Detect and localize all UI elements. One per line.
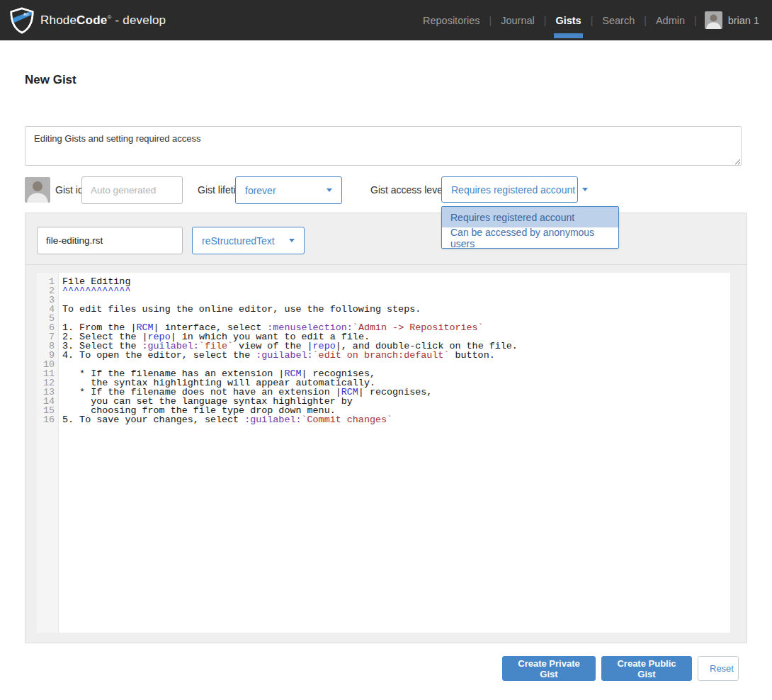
page-title: New Gist [25, 73, 76, 87]
nav-separator: | [539, 15, 552, 26]
editor-content[interactable]: File Editing^^^^^^^^^^^^ To edit files u… [59, 273, 730, 633]
active-tab-indicator [554, 33, 582, 38]
editor-line-numbers: 12345678910111213141516 [37, 273, 59, 633]
reset-button[interactable]: Reset [698, 656, 739, 681]
language-select[interactable]: reStructuredText [192, 227, 305, 254]
main-navigation: Repositories|Journal|Gists|Search|Admin|… [419, 0, 762, 40]
gist-id-input[interactable] [81, 176, 183, 204]
nav-item-admin[interactable]: Admin [652, 0, 689, 40]
user-avatar [705, 11, 722, 29]
gist-lifetime-select[interactable]: forever [235, 176, 342, 204]
gist-description-input[interactable]: Editing Gists and setting required acces… [25, 126, 742, 166]
line-number: 16 [37, 415, 55, 424]
code-editor[interactable]: 12345678910111213141516 File Editing^^^^… [37, 273, 730, 633]
svg-text:Rh: Rh [23, 11, 29, 16]
user-menu[interactable]: brian 1 [702, 11, 762, 29]
nav-separator: | [689, 15, 702, 26]
gist-access-level-label: Gist access level [370, 184, 445, 196]
chevron-down-icon [582, 188, 588, 191]
nav-separator: | [586, 15, 598, 26]
gist-lifetime-value: forever [245, 185, 276, 196]
language-value: reStructuredText [202, 235, 275, 247]
create-private-gist-button[interactable]: Create Private Gist [502, 656, 596, 681]
code-line-9: 4. To open the editor, select the :guila… [62, 351, 730, 360]
code-line-16: 5. To save your changes, select :guilabe… [62, 415, 730, 424]
gist-file-panel: reStructuredText 12345678910111213141516… [25, 213, 747, 643]
nav-separator: | [484, 15, 497, 26]
rhodecode-shield-logo: Rh [9, 7, 35, 34]
gist-owner-avatar [25, 177, 50, 203]
chevron-down-icon [327, 188, 332, 192]
gist-access-level-select[interactable]: Requires registered account [441, 176, 578, 203]
gist-access-level-dropdown-menu: Requires registered accountCan be access… [441, 206, 619, 249]
code-line-4: To edit files using the online editor, u… [62, 305, 730, 314]
nav-item-gists[interactable]: Gists [551, 0, 585, 40]
nav-item-search[interactable]: Search [598, 0, 639, 40]
access-level-option-0[interactable]: Requires registered account [442, 207, 618, 227]
nav-item-repositories[interactable]: Repositories [419, 0, 484, 40]
access-level-option-1[interactable]: Can be accessed by anonymous users [442, 227, 618, 248]
gist-id-label: Gist id [55, 184, 84, 196]
create-public-gist-button[interactable]: Create Public Gist [601, 656, 692, 681]
filename-input[interactable] [37, 227, 183, 254]
code-line-1: File Editing [62, 277, 730, 286]
top-navbar: Rh RhodeCode® - develop Repositories|Jou… [0, 0, 772, 40]
nav-item-journal[interactable]: Journal [496, 0, 539, 40]
nav-separator: | [639, 15, 652, 26]
file-panel-header: reStructuredText [25, 213, 747, 265]
brand-title: RhodeCode® - develop [40, 13, 166, 28]
chevron-down-icon [289, 239, 295, 242]
gist-access-level-value: Requires registered account [451, 184, 575, 196]
code-line-2: ^^^^^^^^^^^^ [62, 286, 730, 295]
rhodecode-brand[interactable]: Rh RhodeCode® - develop [9, 7, 166, 34]
user-name: brian 1 [728, 15, 759, 26]
